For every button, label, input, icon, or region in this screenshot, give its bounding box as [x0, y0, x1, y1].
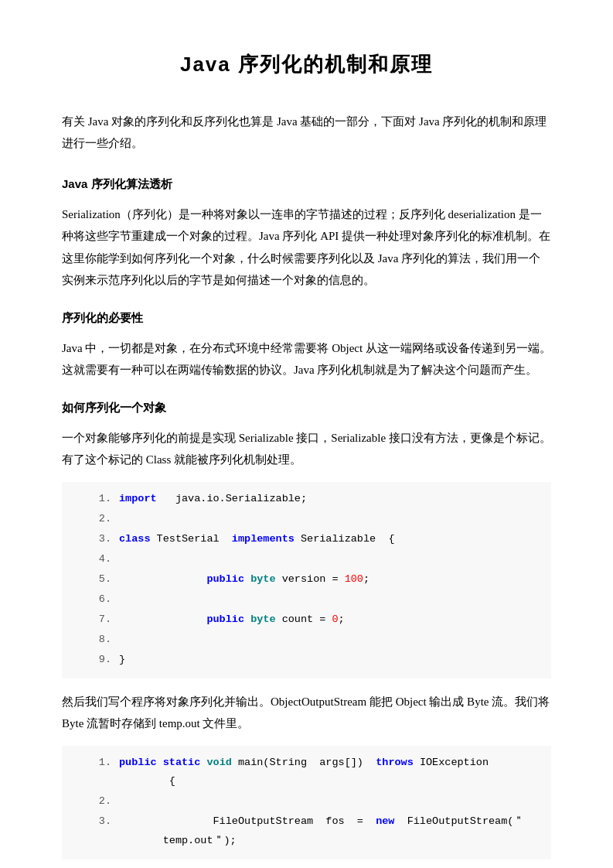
line-number: 4. — [93, 550, 111, 569]
section-serialization-algo: Java 序列化算法透析 Serialization（序列化）是一种将对象以一连… — [62, 173, 551, 292]
keyword-byte2: byte — [250, 613, 275, 625]
keyword-implements: implements — [232, 533, 295, 545]
line-number: 5. — [93, 570, 111, 589]
section-body-2: Java 中，一切都是对象，在分布式环境中经常需要将 Object 从这一端网络… — [62, 337, 551, 381]
code-line-8: 8. — [93, 630, 536, 650]
code-content: class TestSerial implements Serializable… — [119, 530, 536, 549]
code-block-1: 1. import java.io.Serializable; 2. 3. cl… — [62, 482, 551, 678]
line-number: 8. — [93, 630, 111, 650]
section-heading-3: 如何序列化一个对象 — [62, 397, 551, 418]
keyword-public3: public — [119, 757, 157, 768]
code-content: public byte version = 100; — [119, 570, 536, 589]
after-code1-text: 然后我们写个程序将对象序列化并输出。ObjectOutputStream 能把 … — [62, 691, 551, 735]
code-content — [119, 510, 536, 529]
line-number: 3. — [93, 530, 111, 549]
code-line-6: 6. — [93, 590, 536, 610]
line-number: 2. — [93, 792, 111, 812]
code-content: public static void main(String args[]) t… — [119, 754, 536, 792]
number-0: 0 — [332, 613, 338, 625]
line-number: 9. — [93, 651, 111, 670]
intro-paragraph: 有关 Java 对象的序列化和反序列化也算是 Java 基础的一部分，下面对 J… — [62, 111, 551, 155]
code-content — [119, 590, 536, 610]
code-line-2-3: 3. FileOutputStream fos = new FileOutput… — [93, 812, 536, 851]
line-number: 6. — [93, 590, 111, 610]
line-number: 2. — [93, 510, 111, 529]
keyword-byte: byte — [250, 573, 275, 585]
code-content: import java.io.Serializable; — [119, 490, 536, 509]
section-body-1: Serialization（序列化）是一种将对象以一连串的字节描述的过程；反序列… — [62, 203, 551, 292]
code-content: } — [119, 651, 536, 670]
code-line-1: 1. import java.io.Serializable; — [93, 490, 536, 509]
code-line-3: 3. class TestSerial implements Serializa… — [93, 530, 536, 549]
keyword-throws: throws — [376, 757, 414, 768]
section-body-3: 一个对象能够序列化的前提是实现 Serializable 接口，Serializ… — [62, 427, 551, 471]
line-number: 1. — [93, 490, 111, 509]
section-how-to-serialize: 如何序列化一个对象 一个对象能够序列化的前提是实现 Serializable 接… — [62, 397, 551, 860]
section-necessity: 序列化的必要性 Java 中，一切都是对象，在分布式环境中经常需要将 Objec… — [62, 307, 551, 381]
code-content — [119, 630, 536, 650]
code-content — [119, 792, 536, 812]
code-line-2-2: 2. — [93, 792, 536, 812]
keyword-import: import — [119, 493, 157, 504]
keyword-public: public — [206, 573, 244, 585]
code-content — [119, 550, 536, 569]
line-number: 7. — [93, 610, 111, 630]
keyword-new: new — [376, 815, 394, 827]
code-content: public byte count = 0; — [119, 610, 536, 630]
code-line-2: 2. — [93, 510, 536, 529]
code-line-2-1: 1. public static void main(String args[]… — [93, 754, 536, 792]
page-title: Java 序列化的机制和原理 — [62, 46, 551, 83]
code-line-9: 9. } — [93, 651, 536, 670]
line-number: 3. — [93, 812, 111, 832]
keyword-void: void — [206, 757, 231, 768]
code-content: FileOutputStream fos = new FileOutputStr… — [119, 812, 536, 851]
keyword-static: static — [163, 757, 201, 768]
code-line-5: 5. public byte version = 100; — [93, 570, 536, 589]
line-number: 1. — [93, 754, 111, 773]
keyword-class: class — [119, 533, 151, 545]
code-block-2: 1. public static void main(String args[]… — [62, 746, 551, 860]
section-heading-1: Java 序列化算法透析 — [62, 173, 551, 194]
code-line-7: 7. public byte count = 0; — [93, 610, 536, 630]
code-line-4: 4. — [93, 550, 536, 569]
keyword-public2: public — [206, 613, 244, 625]
section-heading-2: 序列化的必要性 — [62, 307, 551, 328]
number-100: 100 — [345, 573, 363, 585]
